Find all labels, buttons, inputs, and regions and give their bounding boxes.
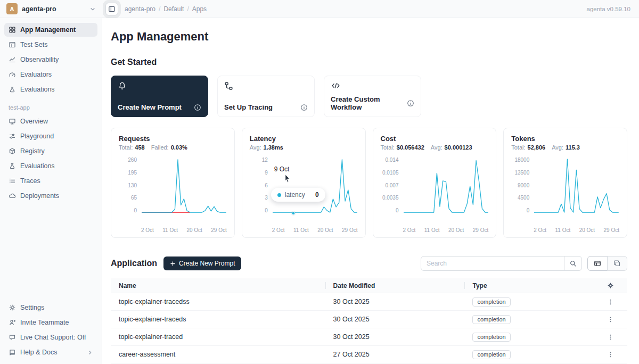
application-header: Application Create New Prompt	[111, 256, 627, 271]
sidebar-item-label: Registry	[20, 147, 45, 155]
card-label: Create Custom Workflow	[331, 95, 407, 111]
hover-point-marker	[291, 211, 295, 215]
metric-value: $0.056432	[397, 144, 424, 151]
table-settings-gear-icon[interactable]	[607, 282, 614, 289]
line-chart-icon	[9, 56, 16, 63]
sidebar-item-evaluations[interactable]: Evaluations	[4, 82, 97, 96]
card-label: Create New Prompt	[118, 103, 182, 111]
card-view-button[interactable]	[607, 256, 627, 271]
y-axis-labels: 260195130650	[119, 157, 141, 213]
column-header-type[interactable]: Type	[464, 278, 594, 293]
sidebar-item-label: Evaluations	[20, 86, 55, 93]
table-row[interactable]: career-assessment 27 Oct 2025 completion	[111, 346, 627, 363]
sidebar-item-evaluators[interactable]: Evaluators	[4, 68, 97, 81]
tokens-chart[interactable]	[534, 157, 619, 213]
box-icon	[9, 147, 16, 155]
requests-stat-card: Requests Total: 458 Failed: 0.03% 260195…	[111, 128, 235, 238]
info-icon[interactable]	[407, 100, 414, 107]
sidebar-item-app-evaluations[interactable]: Evaluations	[4, 159, 97, 173]
row-menu-button[interactable]	[607, 316, 614, 323]
breadcrumb-page[interactable]: Apps	[184, 5, 207, 13]
table-view-button[interactable]	[587, 256, 608, 271]
sidebar-collapse-button[interactable]	[105, 3, 118, 15]
workspace-avatar: A	[6, 3, 18, 14]
type-badge: completion	[472, 333, 510, 342]
flask-icon	[9, 162, 16, 170]
application-heading: Application	[111, 259, 157, 268]
sidebar-item-traces[interactable]: Traces	[4, 174, 97, 188]
sidebar-item-settings[interactable]: Settings	[4, 301, 97, 315]
create-custom-workflow-card[interactable]: Create Custom Workflow	[324, 76, 421, 117]
latency-stat-card: Latency Avg: 1.38ms 129630 9 Oct latency…	[242, 128, 366, 238]
sidebar-item-help-docs[interactable]: Help & Docs	[4, 345, 97, 359]
sidebar-item-label: Live Chat Support: Off	[20, 334, 86, 341]
breadcrumb-workspace[interactable]: agenta-pro	[125, 5, 155, 13]
sidebar-item-overview[interactable]: Overview	[4, 114, 97, 128]
x-axis-labels: 2 Oct11 Oct20 Oct29 Oct	[403, 227, 489, 233]
breadcrumb-project[interactable]: Default	[155, 5, 184, 13]
stat-title: Tokens	[511, 135, 619, 143]
set-up-tracing-card[interactable]: Set Up Tracing	[217, 76, 315, 117]
bell-icon	[118, 81, 201, 90]
book-icon	[9, 349, 16, 356]
app-name: career-assessment	[111, 351, 325, 358]
sidebar-item-playground[interactable]: Playground	[4, 129, 97, 143]
tooltip-value: 0	[315, 191, 319, 198]
column-header-name[interactable]: Name	[111, 278, 325, 293]
app-date-modified: 27 Oct 2025	[325, 351, 465, 358]
app-name: topic-explainer-traceds	[111, 316, 325, 323]
x-axis-labels: 2 Oct11 Oct20 Oct29 Oct	[272, 227, 358, 233]
requests-chart[interactable]	[141, 157, 227, 213]
info-icon[interactable]	[194, 104, 201, 111]
search-input[interactable]	[421, 256, 564, 271]
table-row[interactable]: topic-explainer-traceds 30 Oct 2025 comp…	[111, 311, 627, 328]
workspace-switcher[interactable]: A agenta-pro	[0, 0, 102, 18]
info-icon[interactable]	[300, 104, 308, 111]
stat-title: Cost	[381, 135, 489, 143]
card-label: Set Up Tracing	[224, 103, 273, 111]
sidebar-item-app-management[interactable]: App Management	[4, 23, 97, 37]
sidebar-item-label: Evaluations	[20, 162, 55, 170]
tooltip-series-name: latency	[285, 191, 305, 198]
sidebar-item-deployments[interactable]: Deployments	[4, 189, 97, 203]
sidebar-item-label: Invite Teammate	[20, 319, 69, 326]
sidebar-item-registry[interactable]: Registry	[4, 144, 97, 158]
app-name: topic-explainer-tracedss	[111, 298, 325, 305]
sidebar-item-label: Traces	[20, 177, 40, 185]
row-menu-button[interactable]	[607, 351, 614, 358]
gauge-icon	[9, 71, 16, 78]
column-header-date-modified[interactable]: Date Modified	[325, 278, 465, 293]
create-new-prompt-button[interactable]: Create New Prompt	[163, 257, 241, 270]
metric-label: Avg:	[431, 144, 443, 151]
sidebar-item-live-chat-support[interactable]: Live Chat Support: Off	[4, 330, 97, 344]
sidebar-item-test-sets[interactable]: Test Sets	[4, 38, 97, 52]
metric-value: 1.38ms	[264, 144, 283, 151]
search-button[interactable]	[564, 256, 582, 271]
table-row[interactable]: topic-explainer-tracedss 30 Oct 2025 com…	[111, 293, 627, 311]
metric-label: Total:	[381, 144, 395, 151]
row-menu-button[interactable]	[607, 334, 614, 341]
metric-label: Total:	[119, 144, 133, 151]
latency-chart[interactable]: 9 Oct latency 0	[272, 157, 358, 213]
sidebar-item-observability[interactable]: Observability	[4, 53, 97, 67]
sidebar-item-label: Deployments	[20, 192, 59, 200]
metric-label: Avg:	[552, 144, 563, 151]
metric-label: Avg:	[250, 144, 261, 151]
create-new-prompt-card[interactable]: Create New Prompt	[111, 76, 208, 117]
button-label: Create New Prompt	[179, 260, 235, 267]
chevron-right-icon	[87, 350, 93, 355]
y-axis-labels: 1800013500900045000	[511, 157, 534, 213]
type-badge: completion	[472, 315, 510, 324]
sidebar-item-label: Observability	[20, 56, 59, 63]
sidebar-item-label: Evaluators	[20, 71, 52, 78]
stat-title: Latency	[250, 135, 358, 143]
main-content: App Management Get Started Create New Pr…	[102, 18, 639, 364]
row-menu-button[interactable]	[607, 299, 614, 305]
metric-value: 458	[135, 144, 144, 151]
user-plus-icon	[9, 319, 16, 326]
sidebar: App Management Test Sets Observability E…	[0, 18, 102, 364]
sidebar-item-invite-teammate[interactable]: Invite Teammate	[4, 316, 97, 329]
table-row[interactable]: topic-explainer-traced 30 Oct 2025 compl…	[111, 328, 627, 346]
cost-chart[interactable]	[403, 157, 489, 213]
stat-title: Requests	[119, 135, 227, 143]
